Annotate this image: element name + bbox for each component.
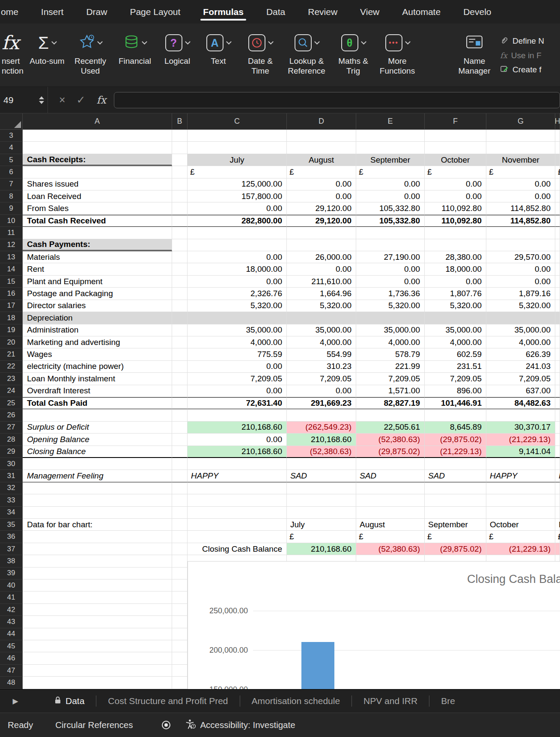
row-header-26[interactable]: 26: [0, 409, 23, 421]
define-name-button[interactable]: Define N: [500, 36, 560, 47]
cell-F9[interactable]: 110,092.80: [425, 202, 486, 214]
insert-function-fx-icon[interactable]: fx: [97, 94, 106, 106]
cell-D3[interactable]: [287, 130, 356, 142]
cell-D23[interactable]: 7,209.05: [287, 373, 356, 385]
cell-A36[interactable]: [23, 531, 172, 543]
cell-B25[interactable]: [172, 397, 188, 409]
cell-E8[interactable]: 0.00: [356, 190, 425, 202]
cell-E3[interactable]: [356, 130, 425, 142]
cell-D8[interactable]: 0.00: [287, 190, 356, 202]
row-header-42[interactable]: 42: [0, 604, 23, 616]
cell-D21[interactable]: 554.99: [287, 348, 356, 360]
cell-C14[interactable]: 18,000.00: [188, 263, 287, 275]
cell-B47[interactable]: [172, 665, 188, 677]
cell-E11[interactable]: [356, 227, 425, 239]
cell-D10[interactable]: 29,120.00: [287, 215, 356, 227]
sheet-tab-cost-structure[interactable]: Cost Structure and Profit Pred: [96, 696, 239, 706]
more-functions-button[interactable]: ••• MoreFunctions: [375, 26, 420, 85]
ribbon-tab-data[interactable]: Data: [265, 0, 286, 24]
cell-A25[interactable]: Total Cash Paid: [23, 397, 172, 409]
cell-H23[interactable]: [555, 373, 560, 385]
row-header-15[interactable]: 15: [0, 276, 23, 288]
cell-C17[interactable]: 5,320.00: [188, 300, 287, 312]
cell-A40[interactable]: [23, 579, 172, 591]
cell-C15[interactable]: 0.00: [188, 276, 287, 288]
cell-E5[interactable]: September: [356, 154, 425, 166]
cell-G30[interactable]: [486, 458, 555, 470]
cell-E12[interactable]: [356, 239, 425, 251]
cell-F34[interactable]: [425, 507, 486, 519]
cell-F31[interactable]: SAD: [425, 470, 486, 482]
recently-used-button[interactable]: RecentlyUsed: [68, 26, 113, 85]
cell-A23[interactable]: Loan Monthly instalment: [23, 373, 172, 385]
cell-A37[interactable]: [23, 543, 172, 555]
row-header-22[interactable]: 22: [0, 361, 23, 373]
cell-F37[interactable]: (29,875.02): [425, 543, 486, 555]
cell-A22[interactable]: electricity (machine power): [23, 361, 172, 373]
cell-G19[interactable]: 35,000.00: [486, 324, 555, 336]
name-box-spinner[interactable]: [39, 96, 44, 104]
cell-B31[interactable]: [172, 470, 188, 482]
cell-D7[interactable]: 0.00: [287, 178, 356, 190]
cell-B11[interactable]: [172, 227, 188, 239]
cell-C25[interactable]: 72,631.40: [188, 397, 287, 409]
row-header-19[interactable]: 19: [0, 324, 23, 336]
cell-A28[interactable]: Opening Balance: [23, 434, 172, 446]
cell-G14[interactable]: 0.00: [486, 263, 555, 275]
cell-E37[interactable]: (52,380.63): [356, 543, 425, 555]
closing-cash-balance-chart[interactable]: Closing Cash Bala 250,000.00 200,000.00 …: [188, 561, 560, 689]
cell-H34[interactable]: [555, 507, 560, 519]
cell-E4[interactable]: [356, 142, 425, 154]
cell-D6[interactable]: £: [287, 166, 356, 178]
row-header-28[interactable]: 28: [0, 434, 23, 446]
cell-A19[interactable]: Administration: [23, 324, 172, 336]
row-header-23[interactable]: 23: [0, 373, 23, 385]
use-in-formula-button[interactable]: fx Use in F: [500, 51, 560, 60]
cell-H15[interactable]: [555, 276, 560, 288]
cell-A31[interactable]: Management Feeling: [23, 470, 172, 482]
cell-H24[interactable]: [555, 385, 560, 397]
cell-C8[interactable]: 157,800.00: [188, 190, 287, 202]
row-header-21[interactable]: 21: [0, 348, 23, 360]
ribbon-tab-developer[interactable]: Develo: [462, 0, 492, 24]
cell-E21[interactable]: 578.79: [356, 348, 425, 360]
column-header-a[interactable]: A: [23, 113, 172, 130]
cell-D5[interactable]: August: [287, 154, 356, 166]
cell-C18[interactable]: [188, 312, 287, 324]
cell-G5[interactable]: November: [486, 154, 555, 166]
cell-H10[interactable]: [555, 215, 560, 227]
cell-D18[interactable]: [287, 312, 356, 324]
cell-H17[interactable]: [555, 300, 560, 312]
cell-F33[interactable]: [425, 494, 486, 506]
cell-H25[interactable]: [555, 397, 560, 409]
cell-C24[interactable]: 0.00: [188, 385, 287, 397]
cell-F25[interactable]: 101,446.91: [425, 397, 486, 409]
cell-E14[interactable]: 0.00: [356, 263, 425, 275]
maths-trig-button[interactable]: θ Maths &Trig: [331, 26, 375, 85]
cell-A38[interactable]: [23, 555, 172, 567]
cell-E24[interactable]: 1,571.00: [356, 385, 425, 397]
cell-A33[interactable]: [23, 494, 172, 506]
cell-G31[interactable]: HAPPY: [486, 470, 555, 482]
cell-B6[interactable]: [172, 166, 188, 178]
cell-A27[interactable]: Surplus or Deficit: [23, 422, 172, 434]
cell-B4[interactable]: [172, 142, 188, 154]
cell-G6[interactable]: £: [486, 166, 555, 178]
cell-B44[interactable]: [172, 628, 188, 640]
cell-F28[interactable]: (29,875.02): [425, 434, 486, 446]
cell-A26[interactable]: [23, 409, 172, 421]
cell-D25[interactable]: 291,669.23: [287, 397, 356, 409]
cell-G7[interactable]: 0.00: [486, 178, 555, 190]
cell-B40[interactable]: [172, 579, 188, 591]
cell-F4[interactable]: [425, 142, 486, 154]
cell-B9[interactable]: [172, 202, 188, 214]
ribbon-tab-page-layout[interactable]: Page Layout: [129, 0, 181, 24]
row-header-46[interactable]: 46: [0, 652, 23, 664]
cell-H9[interactable]: [555, 202, 560, 214]
row-header-17[interactable]: 17: [0, 300, 23, 312]
ribbon-tab-automate[interactable]: Automate: [401, 0, 441, 24]
cell-D29[interactable]: (52,380.63): [287, 446, 356, 458]
cell-D36[interactable]: £: [287, 531, 356, 543]
cell-H20[interactable]: [555, 336, 560, 348]
cell-A47[interactable]: [23, 665, 172, 677]
